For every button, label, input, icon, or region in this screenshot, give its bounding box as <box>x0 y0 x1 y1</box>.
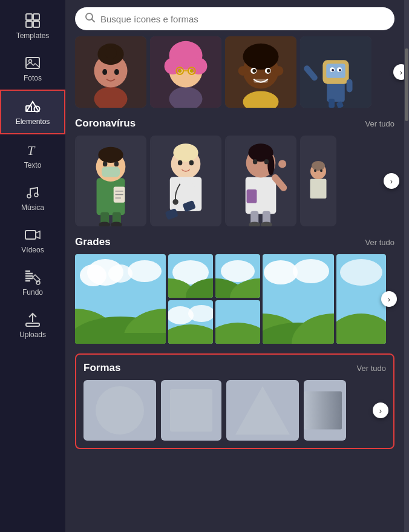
grade-7[interactable] <box>336 254 386 344</box>
svg-point-42 <box>243 44 279 70</box>
forma-partial[interactable] <box>304 380 346 441</box>
svg-point-87 <box>172 199 178 205</box>
svg-point-126 <box>221 260 255 282</box>
svg-point-107 <box>320 169 322 172</box>
svg-point-37 <box>190 69 194 73</box>
svg-point-56 <box>332 69 334 71</box>
sidebar-item-label-videos: Vídeos <box>21 246 44 254</box>
svg-point-133 <box>293 259 329 283</box>
text-icon: T <box>24 142 41 159</box>
svg-rect-53 <box>326 64 345 78</box>
main-panel: › Coronavírus Ver tudo <box>65 0 404 532</box>
sidebar-item-elementos[interactable]: Elementos <box>0 90 65 134</box>
char-3[interactable] <box>225 136 296 226</box>
svg-point-57 <box>339 69 341 71</box>
sidebar-item-templates[interactable]: Templates <box>0 5 65 47</box>
grade-5[interactable] <box>215 300 260 344</box>
sidebar: Templates Fotos Elementos T Texto <box>0 0 65 532</box>
fill-icon <box>24 269 41 286</box>
grade-1[interactable] <box>75 254 166 344</box>
svg-text:T: T <box>27 143 36 158</box>
ver-tudo-formas[interactable]: Ver tudo <box>357 364 386 373</box>
sidebar-item-uploads[interactable]: Uploads <box>0 304 65 346</box>
shapes-icon <box>24 98 41 115</box>
search-input[interactable] <box>100 14 385 24</box>
svg-rect-66 <box>102 167 120 177</box>
svg-rect-101 <box>247 189 257 203</box>
section-coronavirus: Coronavírus Ver tudo <box>75 117 404 226</box>
svg-point-93 <box>253 159 258 164</box>
sidebar-item-videos[interactable]: Vídeos <box>0 219 65 261</box>
search-bar <box>75 7 394 30</box>
svg-point-112 <box>128 260 162 282</box>
ver-tudo-coronavirus[interactable]: Ver tudo <box>365 119 394 128</box>
scrollbar[interactable] <box>404 0 409 532</box>
svg-rect-2 <box>26 21 32 27</box>
svg-rect-58 <box>329 99 335 108</box>
coronavirus-row: › <box>75 136 394 226</box>
svg-point-80 <box>173 143 198 162</box>
forma-triangle[interactable] <box>226 380 299 441</box>
svg-rect-51 <box>327 81 345 102</box>
svg-point-132 <box>264 260 298 284</box>
svg-point-140 <box>96 386 144 435</box>
svg-rect-116 <box>75 333 166 344</box>
section-header-grades: Grades Ver tudo <box>75 236 394 248</box>
avatar-2[interactable] <box>150 36 221 108</box>
svg-rect-49 <box>254 79 268 83</box>
svg-point-83 <box>178 160 183 165</box>
svg-point-106 <box>314 169 316 172</box>
grade-6[interactable] <box>263 254 334 344</box>
music-icon <box>24 184 41 201</box>
search-icon <box>85 12 96 25</box>
svg-point-96 <box>278 160 286 168</box>
avatar-4[interactable] <box>300 36 371 108</box>
svg-rect-0 <box>26 14 32 20</box>
avatar-1[interactable] <box>75 36 146 108</box>
svg-point-43 <box>238 66 248 76</box>
image-icon <box>24 54 41 71</box>
svg-point-25 <box>105 47 117 59</box>
section-header-formas: Formas Ver tudo <box>83 362 386 374</box>
grade-3[interactable] <box>168 300 213 344</box>
section-title-formas: Formas <box>83 362 120 374</box>
char-1[interactable] <box>75 136 146 226</box>
avatar-3[interactable] <box>225 36 296 108</box>
svg-point-92 <box>267 155 274 176</box>
grades-next[interactable]: › <box>381 291 397 307</box>
sidebar-item-fotos[interactable]: Fotos <box>0 47 65 90</box>
char-4[interactable] <box>300 136 336 226</box>
svg-point-68 <box>114 162 119 166</box>
grades-row <box>75 254 394 344</box>
section-title-coronavirus: Coronavírus <box>75 117 136 130</box>
grade-2[interactable] <box>168 254 213 298</box>
formas-next[interactable]: › <box>373 402 388 418</box>
section-title-grades: Grades <box>75 236 111 248</box>
forma-square[interactable] <box>161 380 221 441</box>
sidebar-item-texto[interactable]: T Texto <box>0 134 65 177</box>
ver-tudo-grades[interactable]: Ver tudo <box>365 238 394 247</box>
svg-rect-141 <box>170 389 212 432</box>
svg-marker-142 <box>235 386 290 435</box>
char-2[interactable] <box>150 136 221 226</box>
svg-rect-61 <box>347 79 353 93</box>
svg-rect-103 <box>310 179 327 199</box>
svg-point-124 <box>168 324 213 344</box>
avatar-strip: › <box>75 36 404 108</box>
svg-point-84 <box>189 160 194 165</box>
avatar-strip-next[interactable]: › <box>393 64 404 80</box>
video-icon <box>24 226 41 243</box>
svg-rect-143 <box>304 392 342 430</box>
coronavirus-next[interactable]: › <box>384 173 399 189</box>
scroll-thumb[interactable] <box>405 48 408 121</box>
sidebar-item-fundo[interactable]: Fundo <box>0 261 65 304</box>
content-area: › Coronavírus Ver tudo <box>65 36 404 532</box>
sidebar-item-label-musica: Música <box>21 203 44 212</box>
svg-point-48 <box>267 69 270 73</box>
svg-rect-11 <box>25 231 36 239</box>
sidebar-item-label-texto: Texto <box>24 161 42 169</box>
sidebar-item-musica[interactable]: Música <box>0 177 65 219</box>
forma-circle[interactable] <box>83 380 156 441</box>
svg-point-67 <box>103 162 108 166</box>
grade-4[interactable] <box>215 254 260 298</box>
